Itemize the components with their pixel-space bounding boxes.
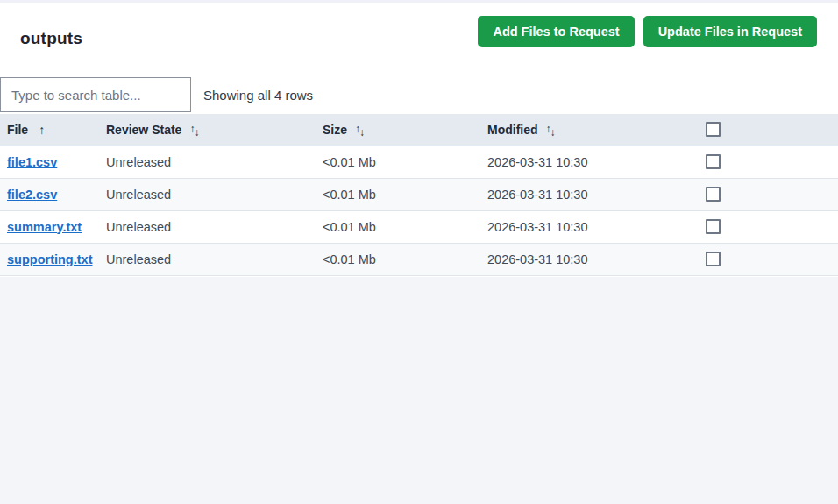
select-all-checkbox[interactable] xyxy=(706,122,721,137)
size-cell: <0.01 Mb xyxy=(316,178,480,210)
files-table: File↑ Review State↑↓ Size↑↓ Modified↑↓ f… xyxy=(0,114,838,276)
row-count-status: Showing all 4 rows xyxy=(203,88,313,103)
review-state-cell: Unreleased xyxy=(99,178,316,210)
row-checkbox[interactable] xyxy=(706,219,721,234)
size-cell: <0.01 Mb xyxy=(316,146,480,178)
add-files-button[interactable]: Add Files to Request xyxy=(478,16,634,47)
sort-icon: ↑↓ xyxy=(546,124,555,137)
column-header-modified[interactable]: Modified↑↓ xyxy=(480,114,699,146)
column-label: File xyxy=(7,123,28,137)
sort-ascending-icon: ↑ xyxy=(39,123,45,137)
file-link[interactable]: file2.csv xyxy=(7,188,57,202)
table-header-row: File↑ Review State↑↓ Size↑↓ Modified↑↓ xyxy=(0,114,838,146)
review-state-cell: Unreleased xyxy=(99,210,316,243)
column-header-review-state[interactable]: Review State↑↓ xyxy=(99,114,316,146)
size-cell: <0.01 Mb xyxy=(316,210,480,243)
column-label: Modified xyxy=(487,123,538,137)
search-input[interactable] xyxy=(0,77,191,112)
column-header-select xyxy=(699,114,838,146)
table-row: file2.csv Unreleased <0.01 Mb 2026-03-31… xyxy=(0,178,838,210)
row-checkbox[interactable] xyxy=(706,154,721,169)
column-label: Size xyxy=(323,123,347,137)
column-label: Review State xyxy=(106,123,181,137)
review-state-cell: Unreleased xyxy=(99,243,316,275)
toolbar-actions: Add Files to Request Update Files in Req… xyxy=(478,16,817,47)
table-row: supporting.txt Unreleased <0.01 Mb 2026-… xyxy=(0,243,838,275)
update-files-button[interactable]: Update Files in Request xyxy=(643,16,817,47)
sort-icon: ↑↓ xyxy=(355,124,364,137)
file-link[interactable]: supporting.txt xyxy=(7,252,92,266)
review-state-cell: Unreleased xyxy=(99,146,316,178)
sort-icon: ↑↓ xyxy=(189,124,198,137)
table-row: file1.csv Unreleased <0.01 Mb 2026-03-31… xyxy=(0,146,838,178)
column-header-file[interactable]: File↑ xyxy=(0,114,99,146)
size-cell: <0.01 Mb xyxy=(316,243,480,275)
column-header-size[interactable]: Size↑↓ xyxy=(316,114,480,146)
row-checkbox[interactable] xyxy=(706,252,721,266)
file-link[interactable]: file1.csv xyxy=(7,155,57,169)
modified-cell: 2026-03-31 10:30 xyxy=(480,243,699,275)
page-title: outputs xyxy=(20,29,82,48)
modified-cell: 2026-03-31 10:30 xyxy=(480,146,699,178)
row-checkbox[interactable] xyxy=(706,187,721,202)
modified-cell: 2026-03-31 10:30 xyxy=(480,210,699,243)
content-panel: outputs Add Files to Request Update File… xyxy=(0,3,838,277)
file-link[interactable]: summary.txt xyxy=(7,220,82,234)
table-row: summary.txt Unreleased <0.01 Mb 2026-03-… xyxy=(0,210,838,243)
modified-cell: 2026-03-31 10:30 xyxy=(480,178,699,210)
